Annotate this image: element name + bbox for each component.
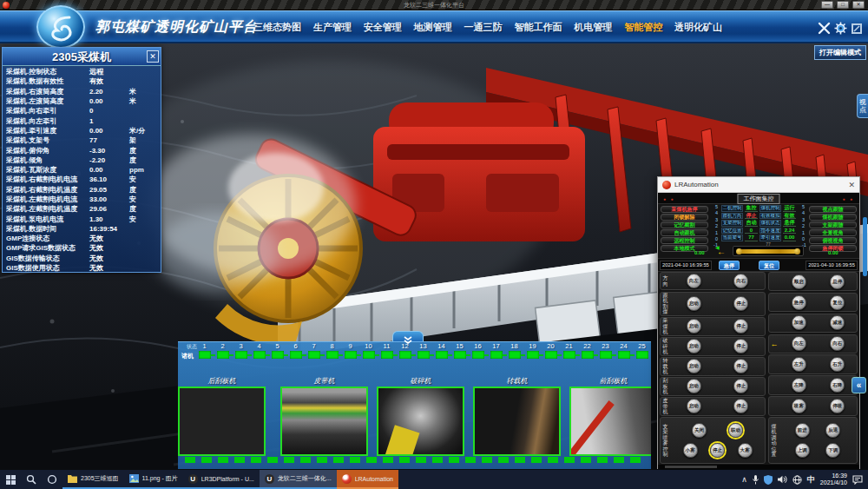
machine-status-cell[interactable]: 14 <box>432 342 450 366</box>
machine-status-cell[interactable]: 6 <box>286 342 305 366</box>
machine-status-cell[interactable]: 5 <box>268 342 286 366</box>
lr-close-icon[interactable]: ✕ <box>848 181 855 189</box>
task-lrautomation[interactable]: LRAutomation <box>337 470 398 489</box>
machine-status-cell[interactable]: 11 <box>378 342 396 366</box>
reset-button[interactable]: 复位 <box>759 261 779 270</box>
start-button[interactable] <box>0 470 21 489</box>
right-scrollbar[interactable] <box>863 217 867 276</box>
round-button[interactable]: 停止 <box>733 379 748 393</box>
round-button[interactable]: 启动 <box>687 319 701 334</box>
nav-menu-item[interactable]: 一通三防 <box>464 21 503 34</box>
round-button[interactable]: 复位 <box>830 295 845 310</box>
nav-menu-item[interactable]: 透明化矿山 <box>674 21 722 34</box>
machine-status-cell[interactable]: 18 <box>505 342 523 366</box>
machine-status-cell[interactable]: 21 <box>560 342 578 366</box>
round-button[interactable]: 关闭 <box>692 423 707 438</box>
machine-status-cell[interactable]: 19 <box>523 342 542 366</box>
view-button[interactable]: 支架跟随 <box>809 221 857 228</box>
round-button[interactable]: 停止 <box>710 443 725 458</box>
tools-icon[interactable] <box>818 22 831 35</box>
round-button[interactable]: 减速 <box>830 315 845 330</box>
machine-status-cell[interactable]: 2 <box>214 342 232 366</box>
nav-menu-item[interactable]: 地测管理 <box>414 21 452 34</box>
machine-status-cell[interactable]: 23 <box>596 342 615 366</box>
open-edit-mode-button[interactable]: 打开编辑模式 <box>814 45 866 60</box>
nav-menu-item[interactable]: 智能管控 <box>624 21 662 34</box>
machine-status-cell[interactable]: 16 <box>469 342 487 366</box>
camera-feed[interactable] <box>377 387 464 456</box>
machine-status-cell[interactable]: 8 <box>323 342 341 366</box>
task-lr3dplatform[interactable]: U LR3DPlatform - U... <box>183 470 260 489</box>
machine-status-cell[interactable]: 24 <box>615 342 633 366</box>
round-button[interactable]: 左降 <box>792 378 806 393</box>
round-button[interactable]: 向右 <box>830 336 845 351</box>
machine-status-cell[interactable]: 25 <box>633 342 651 366</box>
machine-status-cell[interactable]: 22 <box>578 342 596 366</box>
close-button[interactable]: ✕ <box>852 1 865 9</box>
camera-feed[interactable] <box>280 387 368 456</box>
viewpoint-tab[interactable]: 视点 <box>857 94 868 118</box>
round-button[interactable]: 停止 <box>733 359 748 373</box>
nav-menu-item[interactable]: 安全管理 <box>364 21 402 34</box>
machine-status-cell[interactable]: 7 <box>305 342 323 366</box>
maximize-button[interactable]: □ <box>837 1 849 9</box>
round-button[interactable]: 启动 <box>687 379 701 393</box>
round-button[interactable]: 停止 <box>733 399 748 413</box>
machine-status-cell[interactable]: 10 <box>359 342 378 366</box>
round-button[interactable]: 启动 <box>687 339 701 354</box>
round-button[interactable]: 启动 <box>687 296 701 311</box>
camera-feed[interactable] <box>178 387 266 456</box>
camera-feed[interactable] <box>473 387 561 456</box>
round-button[interactable]: 停止 <box>733 296 748 311</box>
strip-collapse-tab[interactable] <box>392 331 424 341</box>
round-button[interactable]: 上调 <box>795 443 810 458</box>
round-button[interactable]: 顺启 <box>792 274 806 289</box>
machine-status-cell[interactable]: 13 <box>414 342 432 366</box>
ime-indicator[interactable]: 中 <box>807 474 815 486</box>
machine-status-cell[interactable]: 17 <box>487 342 505 366</box>
machine-status-cell[interactable]: 20 <box>542 342 560 366</box>
speaker-icon[interactable] <box>778 475 787 484</box>
round-button[interactable]: 向左 <box>687 274 701 288</box>
notification-center-icon[interactable] <box>852 475 863 485</box>
round-button[interactable]: 左升 <box>792 357 806 372</box>
round-button[interactable]: 停喷 <box>830 399 845 413</box>
nav-menu-item[interactable]: 三维态势图 <box>253 21 301 34</box>
round-button[interactable]: 喷雾 <box>792 399 806 413</box>
mic-icon[interactable] <box>753 475 759 485</box>
round-button[interactable]: 停止 <box>733 319 748 334</box>
task-platform-active[interactable]: U 龙软二三维一体化... <box>260 470 337 489</box>
panel-close-icon[interactable]: ✕ <box>147 50 159 63</box>
segment-pager[interactable] <box>185 457 644 463</box>
round-button[interactable]: 大雾 <box>738 443 753 458</box>
round-button[interactable]: 启动 <box>687 399 701 413</box>
mode-button[interactable]: 闭锁解除 <box>661 214 708 221</box>
round-button[interactable]: 总停 <box>830 274 845 289</box>
view-button[interactable]: 视点跟随 <box>809 206 857 213</box>
round-button[interactable]: 右降 <box>830 378 845 393</box>
machine-status-cell[interactable]: 1 <box>195 342 214 366</box>
task-3d-map[interactable]: 2305三维巡图 <box>62 470 124 489</box>
estop-button[interactable]: 急停 <box>719 261 740 270</box>
round-button[interactable]: 急停 <box>792 295 806 310</box>
cortana-icon[interactable] <box>42 470 62 489</box>
search-icon[interactable] <box>21 470 42 489</box>
gear-icon[interactable] <box>834 22 847 35</box>
view-button[interactable]: 煤机跟随 <box>809 214 857 221</box>
collapse-panel-button[interactable]: « <box>852 377 866 393</box>
mode-button[interactable]: 记忆截割 <box>661 221 708 228</box>
round-button[interactable]: 下调 <box>825 443 840 458</box>
nav-menu-item[interactable]: 智能工作面 <box>514 21 562 34</box>
round-button[interactable]: 加速 <box>792 315 806 330</box>
taskbar-clock[interactable]: 16:39 2021/4/10 <box>820 472 847 486</box>
tray-expand-icon[interactable]: ∧ <box>741 475 747 484</box>
machine-status-cell[interactable]: 3 <box>232 342 250 366</box>
round-button[interactable]: 向左 <box>792 336 806 351</box>
round-button[interactable]: 右升 <box>830 357 845 372</box>
shield-icon[interactable] <box>764 475 773 485</box>
nav-menu-item[interactable]: 生产管理 <box>313 21 352 34</box>
mode-button[interactable]: 采煤机急停 <box>661 206 708 213</box>
round-button[interactable]: 后退 <box>825 423 840 438</box>
minimize-button[interactable]: — <box>821 1 833 9</box>
round-button[interactable]: 向右 <box>733 274 748 288</box>
